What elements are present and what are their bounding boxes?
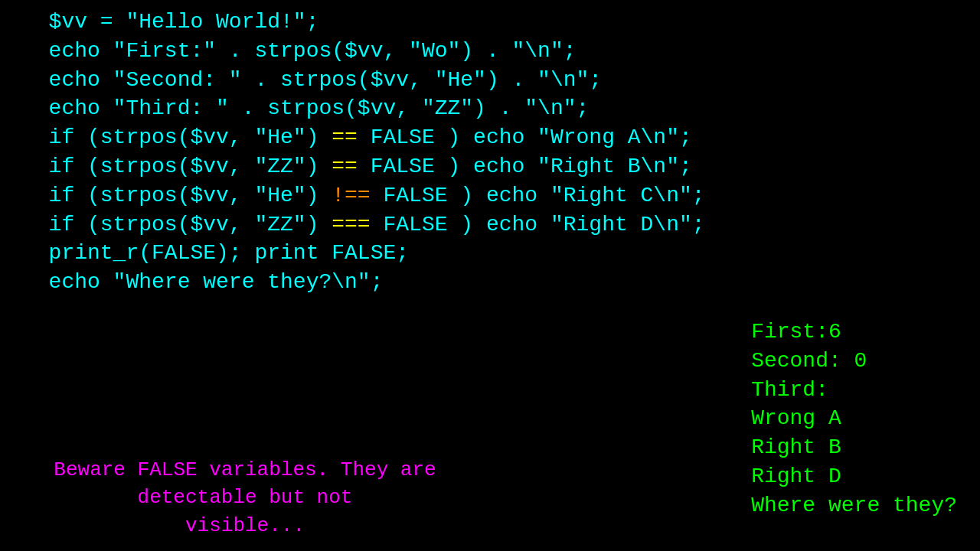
output-line-7: Where were they? [751, 491, 957, 520]
output-line-4: Wrong A [751, 404, 957, 433]
code-line-7: if (strpos($vv, "He") !== FALSE ) echo "… [23, 181, 957, 210]
code-line-8: if (strpos($vv, "ZZ") === FALSE ) echo "… [23, 210, 957, 240]
output-line-2: Second: 0 [751, 347, 957, 376]
code-line-4: echo "Third: " . strpos($vv, "ZZ") . "\n… [23, 94, 957, 123]
code-line-2: echo "First:" . strpos($vv, "Wo") . "\n"… [23, 37, 957, 66]
output-section: First:6 Second: 0 Third: Wrong A Right B… [751, 318, 957, 520]
bottom-note-line1: Beware FALSE variables. They are detecta… [54, 458, 436, 509]
bottom-note-line2: visible... [185, 514, 305, 537]
output-line-3: Third: [751, 376, 957, 405]
code-section: $vv = "Hello World!"; echo "First:" . st… [23, 8, 957, 297]
code-line-1: $vv = "Hello World!"; [23, 8, 957, 37]
code-line-6: if (strpos($vv, "ZZ") == FALSE ) echo "R… [23, 152, 957, 181]
output-line-6: Right D [751, 462, 957, 491]
output-line-5: Right B [751, 433, 957, 462]
code-line-10: echo "Where were they?\n"; [23, 268, 957, 297]
code-line-9: print_r(FALSE); print FALSE; [23, 239, 957, 268]
code-line-3: echo "Second: " . strpos($vv, "He") . "\… [23, 66, 957, 95]
code-line-5: if (strpos($vv, "He") == FALSE ) echo "W… [23, 123, 957, 152]
output-line-1: First:6 [751, 318, 957, 347]
bottom-note: Beware FALSE variables. They are detecta… [23, 456, 467, 540]
